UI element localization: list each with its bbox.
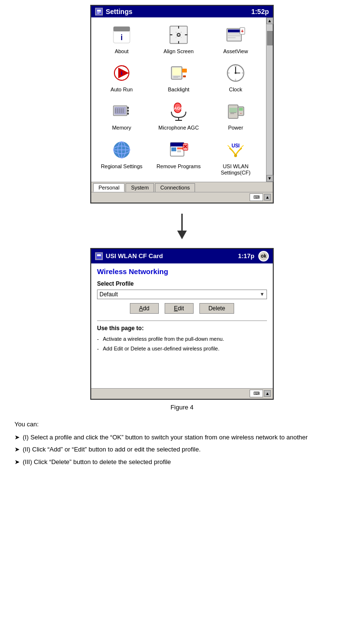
about-item[interactable]: i About — [93, 21, 150, 57]
auto-run-icon: i — [110, 61, 133, 85]
svg-rect-19 — [228, 37, 236, 38]
clock-icon: 12 3 6 9 — [224, 61, 247, 85]
add-button[interactable]: Add — [130, 303, 159, 314]
settings-scrollbar[interactable]: ▲ ▼ — [266, 17, 273, 182]
svg-rect-18 — [228, 35, 240, 36]
remove-programs-item[interactable]: Remove Programs — [150, 136, 207, 178]
keyboard-button[interactable]: ⌨ — [250, 193, 263, 201]
svg-text:3: 3 — [242, 72, 243, 74]
remove-programs-label: Remove Programs — [156, 163, 201, 170]
wlan-title-left: USI WLAN CF Card — [95, 252, 163, 260]
svg-rect-2 — [97, 12, 101, 13]
svg-text:-: - — [240, 111, 242, 116]
regional-icon — [110, 138, 133, 161]
edit-button[interactable]: Edit — [165, 303, 194, 314]
regional-item[interactable]: Regional Settings — [93, 136, 150, 178]
auto-run-item[interactable]: i Auto Run — [93, 59, 150, 95]
backlight-label: Backlight — [168, 87, 190, 93]
clock-label: Clock — [229, 87, 242, 93]
bullet-arrow-1: ➤ — [14, 433, 20, 442]
bullet-text-3: (III) Click “Delete” button to delete th… — [23, 457, 171, 467]
auto-run-label: Auto Run — [111, 87, 133, 93]
wlan-title-bar: USI WLAN CF Card 1:17p ok — [91, 249, 273, 263]
svg-text:9: 9 — [228, 72, 230, 74]
microphone-icon: AGC — [167, 100, 190, 123]
wlan-window: USI WLAN CF Card 1:17p ok Wireless Netwo… — [90, 248, 274, 400]
asset-view-icon: + — [224, 23, 247, 46]
settings-time: 1:52p — [251, 8, 269, 15]
settings-icon — [95, 8, 103, 15]
usi-wlan-item[interactable]: USI USI WLAN Settings(CF) — [207, 136, 264, 178]
asset-view-label: AssetView — [223, 48, 248, 55]
about-label: About — [115, 48, 129, 55]
svg-rect-26 — [172, 68, 181, 75]
align-screen-label: Align Screen — [164, 48, 194, 55]
svg-rect-28 — [183, 75, 186, 77]
tab-system[interactable]: System — [126, 183, 154, 192]
bullet-text-2: (II) Click “Add” or “Edit” button to add… — [23, 445, 201, 454]
svg-rect-66 — [170, 143, 184, 146]
figure-caption: Figure 4 — [10, 404, 354, 411]
svg-rect-1 — [97, 10, 101, 12]
microphone-item[interactable]: AGC Microphone AGC — [150, 98, 207, 133]
wlan-bottom-up-arrow[interactable]: ▲ — [264, 390, 271, 397]
svg-rect-40 — [114, 107, 126, 115]
memory-item[interactable]: Memory — [93, 98, 150, 133]
svg-rect-69 — [177, 150, 181, 152]
asset-view-item[interactable]: + AssetView — [207, 21, 264, 57]
bullet-arrow-3: ➤ — [14, 457, 20, 467]
info-list: Activate a wireless profile from the pul… — [97, 335, 267, 353]
clock-item[interactable]: 12 3 6 9 Clock — [207, 59, 264, 95]
body-intro-text: You can: — [14, 420, 350, 430]
svg-text:+: + — [241, 29, 244, 34]
svg-text:i: i — [121, 33, 123, 42]
usi-wlan-label: USI WLAN Settings(CF) — [208, 163, 263, 176]
settings-title-text: Settings — [106, 8, 132, 15]
svg-rect-3 — [97, 13, 99, 14]
svg-point-73 — [234, 154, 237, 157]
svg-rect-27 — [182, 69, 187, 73]
scroll-up-arrow[interactable]: ▲ — [266, 17, 273, 24]
about-icon: i — [110, 23, 133, 46]
svg-rect-68 — [177, 147, 183, 149]
bottom-up-arrow[interactable]: ▲ — [264, 194, 271, 201]
svg-rect-78 — [97, 254, 101, 256]
scrollbar-thumb[interactable] — [267, 31, 273, 45]
bullet-item-1: ➤ (I) Select a profile and click the “OK… — [14, 433, 350, 442]
memory-icon — [110, 100, 133, 123]
power-icon: - — [224, 100, 247, 123]
settings-grid: i About — [91, 17, 266, 182]
power-item[interactable]: - Power — [207, 98, 264, 133]
svg-rect-16 — [228, 29, 240, 32]
power-label: Power — [228, 125, 243, 131]
wlan-empty-space — [91, 359, 273, 388]
usi-wlan-icon: USI — [224, 138, 247, 161]
backlight-item[interactable]: Backlight — [150, 59, 207, 95]
wlan-title-icon — [95, 252, 103, 260]
ok-button[interactable]: ok — [258, 251, 269, 262]
svg-rect-67 — [171, 147, 176, 151]
profile-buttons: Add Edit Delete — [97, 303, 267, 314]
tab-connections[interactable]: Connections — [155, 183, 195, 192]
svg-marker-76 — [177, 231, 187, 239]
wireless-networking-title: Wireless Networking — [97, 267, 267, 276]
svg-rect-43 — [127, 113, 129, 115]
settings-tabs: Personal System Connections — [91, 182, 273, 192]
tab-personal[interactable]: Personal — [93, 183, 125, 192]
info-item-1: Activate a wireless profile from the pul… — [97, 335, 267, 343]
backlight-icon — [167, 61, 190, 85]
wlan-keyboard-button[interactable]: ⌨ — [250, 390, 263, 397]
memory-label: Memory — [112, 125, 131, 131]
wlan-title-text: USI WLAN CF Card — [106, 252, 163, 260]
microphone-label: Microphone AGC — [158, 125, 199, 131]
scroll-down-arrow[interactable]: ▼ — [266, 175, 273, 182]
profile-dropdown[interactable]: Default ▼ — [97, 290, 267, 299]
settings-title-bar: Settings 1:52p — [91, 6, 273, 17]
remove-programs-icon — [167, 138, 190, 161]
align-screen-item[interactable]: Align Screen — [150, 21, 207, 57]
delete-button[interactable]: Delete — [199, 303, 235, 314]
wlan-content: Wireless Networking Select Profile Defau… — [91, 263, 273, 359]
settings-bottom-bar: ⌨ ▲ — [91, 192, 273, 203]
bullet-arrow-2: ➤ — [14, 445, 20, 454]
svg-text:i: i — [121, 70, 122, 76]
